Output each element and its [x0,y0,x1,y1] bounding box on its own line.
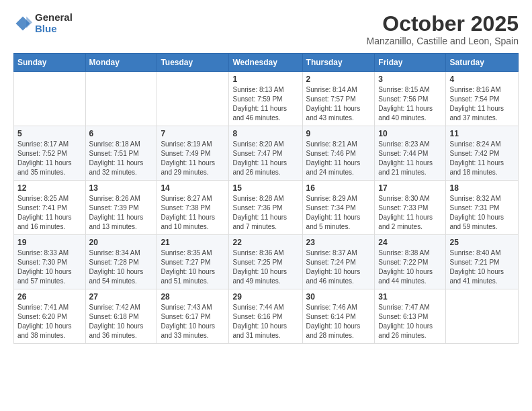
day-number: 23 [306,238,371,247]
day-info: Sunrise: 8:13 AM Sunset: 7:59 PM Dayligh… [232,85,298,123]
day-number: 20 [89,238,154,247]
day-cell [157,72,229,126]
day-cell: 26Sunrise: 7:41 AM Sunset: 6:20 PM Dayli… [14,289,86,344]
day-cell: 4Sunrise: 8:16 AM Sunset: 7:54 PM Daylig… [446,72,519,126]
logo-general: General [35,11,73,23]
day-cell: 19Sunrise: 8:33 AM Sunset: 7:30 PM Dayli… [14,235,86,289]
day-number: 16 [306,183,371,193]
day-cell: 28Sunrise: 7:43 AM Sunset: 6:17 PM Dayli… [157,289,229,344]
day-cell: 20Sunrise: 8:34 AM Sunset: 7:28 PM Dayli… [85,235,157,289]
day-info: Sunrise: 8:32 AM Sunset: 7:31 PM Dayligh… [449,194,515,232]
day-cell: 18Sunrise: 8:32 AM Sunset: 7:31 PM Dayli… [446,181,519,235]
day-info: Sunrise: 8:26 AM Sunset: 7:39 PM Dayligh… [89,194,154,232]
day-cell: 1Sunrise: 8:13 AM Sunset: 7:59 PM Daylig… [229,72,302,126]
week-row-4: 19Sunrise: 8:33 AM Sunset: 7:30 PM Dayli… [14,235,519,289]
days-header-row: SundayMondayTuesdayWednesdayThursdayFrid… [14,54,519,72]
day-info: Sunrise: 8:19 AM Sunset: 7:49 PM Dayligh… [161,140,225,177]
day-number: 27 [89,292,154,302]
day-info: Sunrise: 7:46 AM Sunset: 6:14 PM Dayligh… [306,303,371,340]
day-cell: 12Sunrise: 8:25 AM Sunset: 7:41 PM Dayli… [14,181,86,235]
logo-text: General Blue [35,12,73,34]
day-cell: 22Sunrise: 8:36 AM Sunset: 7:25 PM Dayli… [229,235,302,289]
day-info: Sunrise: 8:28 AM Sunset: 7:36 PM Dayligh… [232,194,298,232]
logo-blue: Blue [35,23,57,34]
svg-marker-1 [26,16,32,28]
subtitle: Manzanillo, Castille and Leon, Spain [367,36,519,46]
day-number: 21 [161,238,225,247]
day-info: Sunrise: 8:27 AM Sunset: 7:38 PM Dayligh… [161,194,225,232]
day-info: Sunrise: 7:42 AM Sunset: 6:18 PM Dayligh… [89,303,154,340]
day-header-friday: Friday [375,54,446,72]
day-header-saturday: Saturday [446,54,519,72]
day-cell [446,289,519,344]
day-number: 9 [306,129,371,138]
day-cell: 13Sunrise: 8:26 AM Sunset: 7:39 PM Dayli… [85,181,157,235]
day-info: Sunrise: 8:35 AM Sunset: 7:27 PM Dayligh… [161,248,225,286]
day-header-wednesday: Wednesday [229,54,302,72]
logo: General Blue [13,12,73,34]
day-cell: 11Sunrise: 8:24 AM Sunset: 7:42 PM Dayli… [446,126,519,181]
day-cell: 17Sunrise: 8:30 AM Sunset: 7:33 PM Dayli… [375,181,446,235]
day-number: 25 [449,238,515,247]
day-number: 30 [306,292,371,302]
day-number: 5 [17,129,82,138]
day-info: Sunrise: 8:37 AM Sunset: 7:24 PM Dayligh… [306,248,371,286]
day-number: 12 [17,183,82,193]
day-number: 4 [449,75,515,84]
day-number: 13 [89,183,154,193]
day-cell: 14Sunrise: 8:27 AM Sunset: 7:38 PM Dayli… [157,181,229,235]
day-info: Sunrise: 8:25 AM Sunset: 7:41 PM Dayligh… [17,194,82,232]
day-info: Sunrise: 8:17 AM Sunset: 7:52 PM Dayligh… [17,140,82,177]
day-number: 15 [232,183,298,193]
day-header-tuesday: Tuesday [157,54,229,72]
header: General Blue October 2025 Manzanillo, Ca… [13,12,519,46]
day-info: Sunrise: 8:20 AM Sunset: 7:47 PM Dayligh… [232,140,298,177]
title-area: October 2025 Manzanillo, Castille and Le… [367,12,519,46]
day-cell: 5Sunrise: 8:17 AM Sunset: 7:52 PM Daylig… [14,126,86,181]
day-info: Sunrise: 8:16 AM Sunset: 7:54 PM Dayligh… [449,85,515,123]
day-number: 17 [378,183,442,193]
day-cell: 25Sunrise: 8:40 AM Sunset: 7:21 PM Dayli… [446,235,519,289]
day-cell [85,72,157,126]
day-number: 11 [449,129,515,138]
month-title: October 2025 [367,12,519,36]
calendar: SundayMondayTuesdayWednesdayThursdayFrid… [13,53,519,344]
day-info: Sunrise: 8:21 AM Sunset: 7:46 PM Dayligh… [306,140,371,177]
day-cell: 23Sunrise: 8:37 AM Sunset: 7:24 PM Dayli… [302,235,375,289]
day-info: Sunrise: 8:24 AM Sunset: 7:42 PM Dayligh… [449,140,515,177]
day-info: Sunrise: 8:36 AM Sunset: 7:25 PM Dayligh… [232,248,298,286]
day-cell: 29Sunrise: 7:44 AM Sunset: 6:16 PM Dayli… [229,289,302,344]
logo-icon [13,14,32,33]
day-number: 28 [161,292,225,302]
day-cell: 21Sunrise: 8:35 AM Sunset: 7:27 PM Dayli… [157,235,229,289]
day-number: 19 [17,238,82,247]
day-number: 26 [17,292,82,302]
day-info: Sunrise: 7:47 AM Sunset: 6:13 PM Dayligh… [378,303,442,340]
week-row-3: 12Sunrise: 8:25 AM Sunset: 7:41 PM Dayli… [14,181,519,235]
day-cell: 10Sunrise: 8:23 AM Sunset: 7:44 PM Dayli… [375,126,446,181]
day-cell: 16Sunrise: 8:29 AM Sunset: 7:34 PM Dayli… [302,181,375,235]
page: General Blue October 2025 Manzanillo, Ca… [0,0,532,411]
day-info: Sunrise: 8:33 AM Sunset: 7:30 PM Dayligh… [17,248,82,286]
day-number: 18 [449,183,515,193]
week-row-5: 26Sunrise: 7:41 AM Sunset: 6:20 PM Dayli… [14,289,519,344]
week-row-2: 5Sunrise: 8:17 AM Sunset: 7:52 PM Daylig… [14,126,519,181]
day-number: 7 [161,129,225,138]
day-cell: 31Sunrise: 7:47 AM Sunset: 6:13 PM Dayli… [375,289,446,344]
day-header-thursday: Thursday [302,54,375,72]
day-cell: 3Sunrise: 8:15 AM Sunset: 7:56 PM Daylig… [375,72,446,126]
day-cell: 24Sunrise: 8:38 AM Sunset: 7:22 PM Dayli… [375,235,446,289]
day-cell: 9Sunrise: 8:21 AM Sunset: 7:46 PM Daylig… [302,126,375,181]
day-header-monday: Monday [85,54,157,72]
day-number: 29 [232,292,298,302]
day-number: 14 [161,183,225,193]
day-cell: 8Sunrise: 8:20 AM Sunset: 7:47 PM Daylig… [229,126,302,181]
week-row-1: 1Sunrise: 8:13 AM Sunset: 7:59 PM Daylig… [14,72,519,126]
day-info: Sunrise: 7:44 AM Sunset: 6:16 PM Dayligh… [232,303,298,340]
day-info: Sunrise: 8:34 AM Sunset: 7:28 PM Dayligh… [89,248,154,286]
day-number: 3 [378,75,442,84]
day-info: Sunrise: 7:41 AM Sunset: 6:20 PM Dayligh… [17,303,82,340]
day-cell [14,72,86,126]
day-info: Sunrise: 8:30 AM Sunset: 7:33 PM Dayligh… [378,194,442,232]
day-cell: 27Sunrise: 7:42 AM Sunset: 6:18 PM Dayli… [85,289,157,344]
